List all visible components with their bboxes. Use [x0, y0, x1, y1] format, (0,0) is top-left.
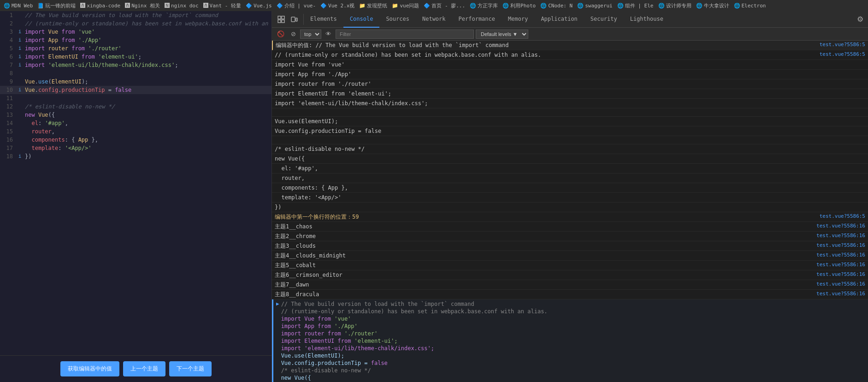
code-editor: 1 // The Vue build version to load with … — [0, 11, 272, 382]
bookmark-11[interactable]: 🔷 首页 - 廖... — [424, 2, 465, 9]
code-line-11: 11 — [0, 94, 272, 102]
devtools-settings-button[interactable]: ⚙ — [852, 15, 868, 24]
code-line-12: 12 /* eslint-disable no-new */ — [0, 102, 272, 111]
line-num-1: 1 — [0, 11, 17, 19]
bookmark-8[interactable]: 🔷 Vue 2.x视 — [320, 2, 354, 9]
console-source-23[interactable]: test.vue?5586:16 — [816, 262, 865, 268]
line-ind-8 — [17, 69, 23, 78]
next-theme-button[interactable]: 下一个主题 — [169, 361, 212, 376]
line-num-14: 14 — [0, 119, 17, 127]
devtools-panel: Elements Console Sources Network Perform… — [272, 11, 868, 382]
log-levels-selector[interactable]: Default levels ▼ — [476, 30, 528, 39]
console-source-24[interactable]: test.vue?5586:16 — [816, 271, 865, 277]
console-source-26[interactable]: test.vue?5586:16 — [816, 291, 865, 297]
console-source-20[interactable]: test.vue?5586:16 — [816, 233, 865, 239]
line-ind-6: i — [17, 53, 23, 61]
line-code-4: import App from './App' — [23, 36, 272, 44]
inspect-element-button[interactable] — [276, 14, 287, 25]
console-expand-arrow[interactable]: ▶ — [276, 301, 279, 307]
line-ind-10: i — [17, 86, 23, 94]
console-clear-button[interactable]: 🚫 — [275, 30, 287, 38]
bookmark-19[interactable]: 🌐 Electron — [734, 3, 766, 9]
svg-rect-4 — [291, 17, 295, 22]
console-entry-theme-19: 主题1__chaostest.vue?5586:16 — [272, 222, 868, 232]
tab-console[interactable]: Console — [343, 11, 380, 28]
eye-icon-button[interactable]: 👁 — [323, 30, 334, 38]
line-num-6: 6 — [0, 53, 17, 61]
tab-performance[interactable]: Performance — [452, 11, 502, 28]
line-code-7: import 'element-ui/lib/theme-chalk/index… — [23, 61, 272, 69]
line-num-11: 11 — [0, 94, 17, 102]
bookmark-18[interactable]: 🌐 牛大拿设计 — [696, 2, 729, 9]
code-line-7: 7 i import 'element-ui/lib/theme-chalk/i… — [0, 61, 272, 69]
line-ind-9 — [17, 78, 23, 86]
console-source-18[interactable]: test.vue?5586:5 — [820, 213, 865, 219]
tab-sources[interactable]: Sources — [379, 11, 416, 28]
line-code-2: // (runtime-only or standalone) has been… — [23, 19, 272, 28]
bookmark-9[interactable]: 📁 发现壁纸 — [359, 2, 387, 9]
line-code-15: router, — [23, 127, 272, 136]
bookmark-14[interactable]: 🌐 CNode: N — [540, 3, 573, 9]
console-source-0[interactable]: test.vue?5586:5 — [820, 42, 865, 48]
line-code-1: // The Vue build version to load with th… — [23, 11, 272, 19]
line-num-9: 9 — [0, 78, 17, 86]
console-source-21[interactable]: test.vue?5586:16 — [816, 242, 865, 248]
bookmark-16[interactable]: 🌐 组件 | Ele — [617, 2, 654, 9]
code-line-14: 14 el: '#app', — [0, 119, 272, 127]
svg-rect-0 — [278, 16, 281, 19]
bookmark-17[interactable]: 🌐 设计师专用 — [658, 2, 691, 9]
editor-buttons: 获取编辑器中的值 上一个主题 下一个主题 — [0, 355, 272, 382]
code-line-6: 6 i import ElementUI from 'element-ui'; — [0, 53, 272, 61]
get-value-button[interactable]: 获取编辑器中的值 — [60, 361, 119, 376]
line-code-6: import ElementUI from 'element-ui'; — [23, 53, 272, 61]
bookmark-10[interactable]: 📁 vue问题 — [392, 2, 419, 9]
bookmark-12[interactable]: 🌐 方正字库 — [470, 2, 498, 9]
console-entry-5: import ElementUI from 'element-ui'; — [272, 89, 868, 99]
devtools-panel-toggle — [272, 14, 304, 25]
bookmark-4[interactable]: 🅽 nginx doc — [165, 3, 199, 9]
code-content[interactable]: 1 // The Vue build version to load with … — [0, 11, 272, 355]
device-toggle-button[interactable] — [289, 14, 300, 25]
tab-application[interactable]: Application — [534, 11, 584, 28]
bookmark-15[interactable]: 🌐 swaggerui — [577, 3, 613, 9]
console-entry-theme-20: 主题2__chrometest.vue?5586:16 — [272, 232, 868, 241]
context-selector[interactable]: top — [300, 30, 321, 39]
console-source-25[interactable]: test.vue?5586:16 — [816, 281, 865, 287]
console-filter-toggle[interactable]: ⊘ — [289, 30, 298, 38]
tab-lighthouse[interactable]: Lighthouse — [624, 11, 670, 28]
prev-theme-button[interactable]: 上一个主题 — [123, 361, 165, 376]
console-entry-theme-24: 主题6__crimson_editortest.vue?5586:16 — [272, 270, 868, 280]
bookmark-6[interactable]: 🔷 Vue.js — [246, 3, 272, 9]
tab-security[interactable]: Security — [584, 11, 624, 28]
console-source-22[interactable]: test.vue?5586:16 — [816, 252, 865, 258]
bookmark-1[interactable]: 📘 玩一锋的前端 — [37, 2, 76, 9]
code-lines: 1 // The Vue build version to load with … — [0, 11, 272, 161]
line-num-4: 4 — [0, 36, 17, 44]
console-filter-input[interactable] — [336, 30, 474, 39]
tab-network[interactable]: Network — [416, 11, 452, 28]
line-code-14: el: '#app', — [23, 119, 272, 127]
code-line-3: 3 i import Vue from 'vue' — [0, 28, 272, 36]
bookmark-7[interactable]: 🔷 介绍 | vue- — [277, 2, 316, 9]
console-entry-4: import router from './router' — [272, 79, 868, 89]
code-line-10: 10 i Vue.config.productionTip = false — [0, 86, 272, 94]
tab-elements[interactable]: Elements — [304, 11, 343, 28]
line-num-18: 18 — [0, 152, 17, 161]
code-line-9: 9 Vue.use(ElementUI); — [0, 78, 272, 86]
line-ind-11 — [17, 94, 23, 102]
console-source-19[interactable]: test.vue?5586:16 — [816, 223, 865, 229]
line-ind-18: i — [17, 152, 23, 161]
bookmark-3[interactable]: 🅰 Nginx 相关 — [125, 2, 160, 9]
console-source-1[interactable]: test.vue?5586:5 — [820, 51, 865, 57]
code-line-5: 5 i import router from './router' — [0, 44, 272, 53]
bookmark-5[interactable]: 🅰 Vant - 轻量 — [203, 2, 241, 9]
bookmark-2[interactable]: 🅰 xingba-code — [80, 3, 120, 9]
line-code-9: Vue.use(ElementUI); — [23, 78, 272, 86]
line-code-8 — [23, 69, 272, 78]
line-code-17: template: '<App/>' — [23, 144, 272, 152]
bookmark-mdn[interactable]: 🌐 MDN Web — [4, 3, 33, 9]
bookmark-13[interactable]: 🌐 利用Photo — [502, 2, 536, 9]
console-entry-14: router, — [272, 173, 868, 183]
tab-memory[interactable]: Memory — [502, 11, 534, 28]
console-output[interactable]: 编辑器中的值: // The Vue build version to load… — [272, 41, 868, 382]
